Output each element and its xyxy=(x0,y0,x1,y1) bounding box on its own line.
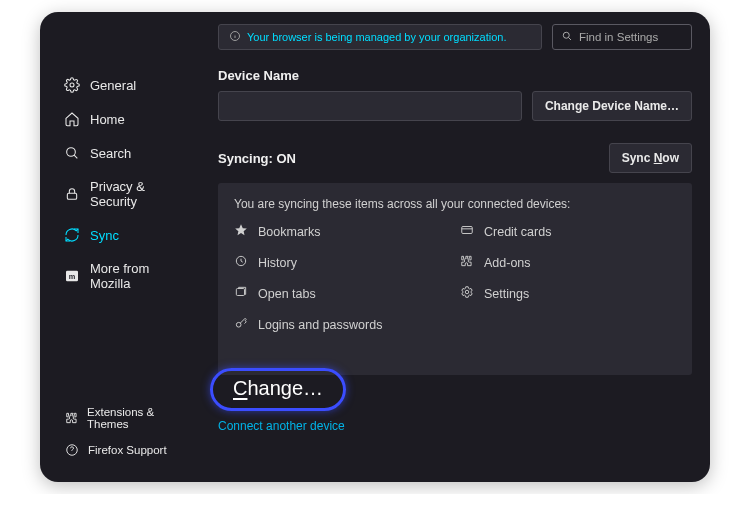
sidebar-support[interactable]: Firefox Support xyxy=(40,436,206,464)
search-icon xyxy=(561,30,573,44)
sync-item-logins: Logins and passwords xyxy=(234,316,450,333)
svg-rect-3 xyxy=(67,193,76,199)
sidebar-label: General xyxy=(90,78,136,93)
svg-point-19 xyxy=(236,322,241,327)
puzzle-icon xyxy=(460,254,474,271)
sidebar-footer-label: Firefox Support xyxy=(88,444,167,456)
home-icon xyxy=(64,111,80,127)
mozilla-icon: m xyxy=(64,268,80,284)
puzzle-icon xyxy=(64,410,79,426)
sidebar-item-home[interactable]: Home xyxy=(40,102,206,136)
org-banner-text: Your browser is being managed by your or… xyxy=(247,31,506,43)
svg-point-0 xyxy=(70,83,74,87)
sidebar-item-sync[interactable]: Sync xyxy=(40,218,206,252)
card-icon xyxy=(460,223,474,240)
svg-rect-17 xyxy=(236,289,244,296)
sidebar-label: Home xyxy=(90,112,125,127)
device-name-heading: Device Name xyxy=(218,68,692,83)
search-input[interactable]: Find in Settings xyxy=(552,24,692,50)
sync-item-bookmarks: Bookmarks xyxy=(234,223,450,240)
svg-rect-14 xyxy=(462,227,473,234)
tabs-icon xyxy=(234,285,248,302)
sync-item-addons: Add-ons xyxy=(460,254,676,271)
sync-item-opentabs: Open tabs xyxy=(234,285,450,302)
sync-icon xyxy=(64,227,80,243)
svg-marker-13 xyxy=(235,224,247,235)
info-icon xyxy=(229,30,241,44)
clock-icon xyxy=(234,254,248,271)
top-bar: Your browser is being managed by your or… xyxy=(218,24,692,50)
sync-item-creditcards: Credit cards xyxy=(460,223,676,240)
sync-description: You are syncing these items across all y… xyxy=(234,197,676,211)
settings-window: General Home Search Privacy & Security S… xyxy=(40,12,710,482)
key-icon xyxy=(234,316,248,333)
star-icon xyxy=(234,223,248,240)
sidebar-item-mozilla[interactable]: m More from Mozilla xyxy=(40,252,206,300)
svg-point-11 xyxy=(563,32,569,38)
sidebar-extensions[interactable]: Extensions & Themes xyxy=(40,400,206,436)
help-icon xyxy=(64,442,80,458)
sidebar-item-privacy[interactable]: Privacy & Security xyxy=(40,170,206,218)
svg-line-12 xyxy=(569,38,572,41)
search-placeholder: Find in Settings xyxy=(579,31,658,43)
svg-line-2 xyxy=(74,155,77,158)
svg-point-1 xyxy=(67,148,76,157)
svg-text:m: m xyxy=(69,272,76,281)
sidebar-item-search[interactable]: Search xyxy=(40,136,206,170)
gear-icon xyxy=(64,77,80,93)
svg-point-18 xyxy=(465,290,469,294)
change-sync-items-button[interactable]: Change… xyxy=(210,368,346,411)
sync-now-button[interactable]: Sync Now xyxy=(609,143,692,173)
org-managed-banner[interactable]: Your browser is being managed by your or… xyxy=(218,24,542,50)
sidebar: General Home Search Privacy & Security S… xyxy=(40,12,206,482)
sidebar-label: More from Mozilla xyxy=(90,261,192,291)
change-device-name-button[interactable]: Change Device Name… xyxy=(532,91,692,121)
sync-item-history: History xyxy=(234,254,450,271)
device-name-field[interactable] xyxy=(218,91,522,121)
sync-panel: You are syncing these items across all y… xyxy=(218,183,692,375)
sidebar-footer-label: Extensions & Themes xyxy=(87,406,192,430)
sync-item-settings: Settings xyxy=(460,285,676,302)
sidebar-footer: Extensions & Themes Firefox Support xyxy=(40,400,206,482)
main-content: Your browser is being managed by your or… xyxy=(206,12,710,482)
syncing-heading: Syncing: ON xyxy=(218,151,296,166)
sidebar-label: Sync xyxy=(90,228,119,243)
lock-icon xyxy=(64,186,80,202)
sidebar-item-general[interactable]: General xyxy=(40,68,206,102)
sidebar-label: Search xyxy=(90,146,131,161)
search-icon xyxy=(64,145,80,161)
gear-icon xyxy=(460,285,474,302)
sidebar-label: Privacy & Security xyxy=(90,179,192,209)
